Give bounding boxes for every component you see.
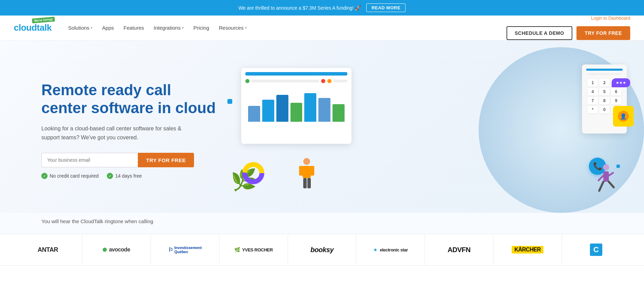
yves-rocher-text: YVES ROCHER [242,247,273,252]
login-link[interactable]: Login to Dashboard [591,16,630,21]
key-6: 6 [611,88,621,96]
svg-rect-6 [303,178,307,188]
booksy-logo-text: booksy [310,246,334,254]
chevron-down-icon: ▾ [245,26,247,30]
chevron-down-icon: ▾ [91,26,92,30]
chat-dot-2 [620,82,622,84]
key-8: 8 [599,97,610,105]
ringtone-text: You will hear the CloudTalk ringtone whe… [41,218,630,224]
avocode-logo: avocode [103,247,130,253]
logo-investissement: ⚐ InvestissementQuébec [151,234,219,265]
schedule-demo-button[interactable]: SCHEDULE A DEMO [507,26,572,40]
try-free-header-button[interactable]: TRY FOR FREE [576,26,630,40]
header-buttons: SCHEDULE A DEMO TRY FOR FREE [507,26,630,40]
avocode-logo-text: avocode [109,247,130,253]
karcher-logo-text: KÄRCHER [514,247,541,252]
no-credit-card-badge: ✓ No credit card required [41,173,99,179]
star-icon: ★ [373,247,378,252]
svg-point-8 [603,164,609,170]
chat-dot-1 [616,82,619,84]
logo-karcher: KÄRCHER [493,234,562,265]
nav-item-features[interactable]: Features [120,22,148,33]
logo-c: C [562,234,630,265]
svg-line-11 [609,182,614,187]
chat-bubble [612,78,630,87]
leaf-icon: 🌿 [234,247,240,252]
hero-title: Remote ready call center software in clo… [41,81,221,118]
key-2: 2 [599,79,610,87]
logo-avocode: avocode [82,234,151,265]
keypad-header [586,69,623,71]
hero-subtitle: Looking for a cloud-based call center so… [41,124,186,142]
investissement-logo: ⚐ InvestissementQuébec [168,246,202,254]
svg-line-13 [609,173,613,176]
blue-square-2 [616,165,620,168]
logo-booksy: booksy [288,234,357,265]
logo-yves-rocher: 🌿 YVES ROCHER [219,234,288,265]
avocode-dot-icon [103,248,107,252]
chat-dot-3 [623,82,625,84]
running-person [596,163,616,199]
hero-section: Remote ready call center software in clo… [0,40,644,213]
check-icon: ✓ [107,173,113,179]
try-free-hero-button[interactable]: TRY FOR FREE [138,153,194,167]
nav-item-resources[interactable]: Resources ▾ [215,22,251,33]
blue-square-1 [227,99,232,104]
karcher-logo: KÄRCHER [512,246,544,254]
svg-rect-9 [603,171,609,182]
electronic-star-logo: ★ electronic star [373,247,408,252]
key-9: 9 [611,97,621,105]
dashboard-topbar [245,72,347,76]
free-days-badge: ✓ 14 days free [107,173,142,179]
dot-green [245,79,249,83]
dot-yellow [327,79,331,83]
donut-decoration [241,161,265,185]
advfn-logo-text: ADVFN [448,246,470,254]
svg-rect-5 [310,166,314,176]
electronic-star-text: electronic star [380,247,408,252]
logo-area: cloudtalk We're hiring! [14,22,52,33]
svg-point-2 [303,158,310,165]
main-nav: Solutions ▾ Apps Features Integrations ▾… [64,22,507,33]
antar-logo-text: ANTAR [38,246,58,254]
announcement-text: We are thrilled to announce a $7.3M Seri… [238,5,361,11]
key-5: 5 [599,88,610,96]
key-star: * [587,106,598,113]
hiring-badge: We're hiring! [32,17,55,23]
trust-badges: ✓ No credit card required ✓ 14 days free [41,173,221,179]
header-right: Login to Dashboard SCHEDULE A DEMO TRY F… [507,16,630,40]
chevron-down-icon: ▾ [182,26,184,30]
ringtone-section: You will hear the CloudTalk ringtone whe… [0,213,644,234]
person-figure [296,156,317,192]
check-icon: ✓ [41,173,48,179]
logo-advfn: ADVFN [425,234,493,265]
nav-item-pricing[interactable]: Pricing [189,22,213,33]
invest-flag-icon: ⚐ [168,247,173,253]
email-input[interactable] [41,153,138,167]
svg-rect-3 [303,166,311,178]
logo-antar: ANTAR [14,234,82,265]
email-form: TRY FOR FREE [41,153,221,167]
logo[interactable]: cloudtalk [14,22,52,33]
hero-content: Remote ready call center software in clo… [41,81,221,179]
svg-line-12 [599,176,603,180]
nav-item-solutions[interactable]: Solutions ▾ [64,22,97,33]
svg-rect-4 [299,166,303,176]
contact-icon: 👤 [618,111,629,122]
c-logo-mark: C [590,244,602,256]
nav-item-apps[interactable]: Apps [98,22,118,33]
svg-rect-7 [307,178,311,188]
key-4: 4 [587,88,598,96]
key-1: 1 [587,79,598,87]
read-more-button[interactable]: READ MORE [366,3,406,12]
hero-illustration: 1 2 3 4 5 6 7 8 9 * 0 # 👤 [221,58,630,202]
contact-card: 👤 [613,106,634,127]
nav-item-integrations[interactable]: Integrations ▾ [150,22,188,33]
dashboard-card [241,68,351,144]
svg-line-10 [599,182,603,191]
yves-rocher-logo: 🌿 YVES ROCHER [234,247,273,252]
key-7: 7 [587,97,598,105]
logo-electronic-star: ★ electronic star [356,234,425,265]
dot-red [321,79,325,83]
announcement-bar: We are thrilled to announce a $7.3M Seri… [0,0,644,16]
